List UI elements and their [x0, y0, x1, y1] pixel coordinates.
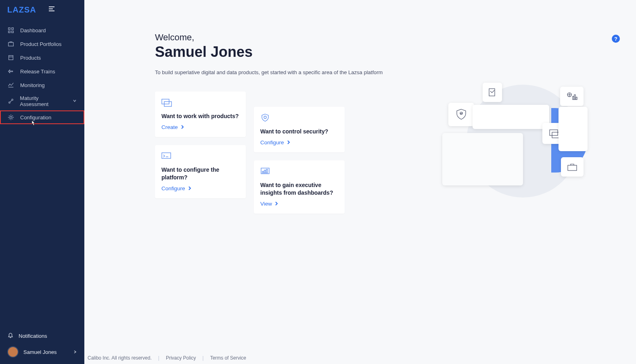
sidebar-item-label: Monitoring [20, 82, 45, 88]
user-avatar [7, 346, 19, 358]
welcome-block: Welcome, Samuel Jones To build superlati… [155, 32, 612, 75]
sidebar-nav: Dashboard Product Portfolios Products Re… [0, 19, 84, 124]
svg-rect-22 [264, 170, 266, 173]
help-button[interactable]: ? [612, 35, 620, 43]
svg-rect-4 [12, 28, 13, 29]
svg-rect-3 [8, 28, 10, 29]
svg-rect-17 [162, 153, 171, 158]
svg-rect-27 [574, 95, 575, 100]
platform-card-icon [161, 152, 172, 160]
svg-rect-6 [12, 31, 13, 33]
svg-rect-21 [262, 171, 264, 173]
card-action-view-insights[interactable]: View [260, 201, 278, 207]
welcome-name: Samuel Jones [155, 44, 612, 60]
svg-rect-7 [8, 42, 13, 46]
hero-illustration [442, 81, 588, 193]
card-title: Want to gain executive insights from das… [260, 181, 338, 197]
portfolio-icon [7, 40, 15, 48]
footer-copyright: Calibo Inc. All rights reserved. [88, 355, 152, 361]
sidebar-notifications[interactable]: Notifications [0, 329, 84, 343]
dashboard-icon [7, 27, 15, 34]
user-name: Samuel Jones [23, 349, 56, 355]
svg-rect-1 [49, 8, 53, 9]
svg-point-12 [11, 99, 13, 101]
svg-rect-32 [568, 165, 577, 171]
svg-rect-28 [576, 97, 577, 100]
svg-rect-26 [573, 96, 574, 100]
cursor-icon [30, 120, 36, 129]
sidebar-item-label: Maturity Assessment [20, 95, 67, 107]
sidebar-collapse-icon[interactable] [48, 5, 56, 14]
svg-rect-0 [49, 6, 54, 7]
svg-rect-2 [49, 10, 54, 11]
svg-rect-23 [266, 169, 268, 173]
footer-privacy-link[interactable]: Privacy Policy [166, 355, 196, 361]
sidebar-item-label: Configuration [20, 114, 51, 121]
welcome-subtitle: To build superlative digital and data pr… [155, 69, 612, 75]
brand-logo[interactable]: LAZSA [7, 5, 36, 15]
sidebar: LAZSA Dashboard Product Portfolios Produ… [0, 0, 84, 364]
card-products: Want to work with products? Create [155, 92, 246, 137]
sidebar-item-monitoring[interactable]: Monitoring [0, 78, 84, 92]
notifications-label: Notifications [19, 333, 47, 339]
svg-point-19 [264, 116, 266, 119]
sidebar-footer: Notifications Samuel Jones [0, 329, 84, 364]
chevron-down-icon [72, 98, 77, 104]
svg-rect-8 [9, 56, 13, 60]
card-title: Want to control security? [260, 128, 338, 135]
card-action-configure-platform[interactable]: Configure [161, 185, 192, 191]
card-action-create[interactable]: Create [161, 124, 184, 130]
sidebar-item-label: Product Portfolios [20, 41, 62, 47]
card-title: Want to work with products? [161, 112, 239, 120]
welcome-greeting: Welcome, [155, 32, 612, 43]
svg-point-11 [8, 102, 10, 104]
card-insights: Want to gain executive insights from das… [254, 160, 345, 214]
svg-line-13 [10, 100, 12, 102]
gear-icon [7, 114, 15, 121]
card-title: Want to configure the platform? [161, 166, 239, 181]
maturity-icon [7, 98, 14, 105]
sidebar-user[interactable]: Samuel Jones [0, 343, 84, 361]
chart-icon [260, 167, 271, 176]
products-card-icon [161, 98, 172, 107]
card-security: Want to control security? Configure [254, 107, 345, 152]
bell-icon [7, 332, 14, 340]
card-platform: Want to configure the platform? Configur… [155, 145, 246, 198]
sidebar-item-label: Release Trains [20, 69, 55, 75]
svg-point-29 [460, 112, 462, 114]
svg-rect-24 [489, 89, 495, 96]
chevron-right-icon [73, 349, 77, 355]
sidebar-item-configuration[interactable]: Configuration [0, 110, 84, 124]
svg-point-14 [10, 116, 12, 118]
sidebar-item-products[interactable]: Products [0, 51, 84, 64]
card-action-configure-security[interactable]: Configure [260, 139, 291, 146]
monitoring-icon [7, 81, 15, 89]
footer-terms-link[interactable]: Terms of Service [210, 355, 246, 361]
shield-icon [260, 113, 271, 122]
sidebar-item-release-trains[interactable]: Release Trains [0, 64, 84, 78]
release-trains-icon [7, 68, 15, 75]
products-icon [7, 54, 15, 61]
svg-rect-30 [550, 130, 558, 135]
svg-rect-5 [8, 31, 10, 33]
sidebar-item-label: Dashboard [20, 27, 46, 33]
sidebar-item-portfolios[interactable]: Product Portfolios [0, 37, 84, 51]
sidebar-item-maturity[interactable]: Maturity Assessment [0, 92, 84, 110]
main-content: ? Welcome, Samuel Jones To build superla… [84, 0, 636, 352]
page-footer: Calibo Inc. All rights reserved. | Priva… [84, 352, 636, 364]
sidebar-item-dashboard[interactable]: Dashboard [0, 23, 84, 37]
sidebar-item-label: Products [20, 55, 41, 61]
